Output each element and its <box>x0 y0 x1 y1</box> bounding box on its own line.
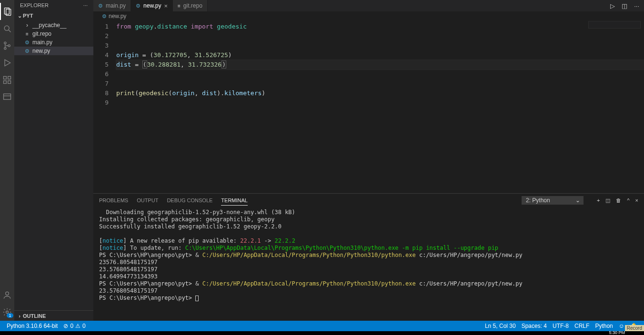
activity-explorer-icon[interactable] <box>0 3 14 20</box>
python-file-icon: ⚙ <box>24 48 30 54</box>
panel-tabs: PROBLEMSOUTPUTDEBUG CONSOLETERMINAL2: Py… <box>93 194 644 207</box>
record-overlay: Record <box>625 325 644 331</box>
tab-label: main.py <box>106 2 126 9</box>
breadcrumb-file: new.py <box>109 13 126 20</box>
file-label: main.py <box>32 39 52 46</box>
split-terminal-icon[interactable]: ◫ <box>605 197 610 204</box>
close-icon[interactable]: × <box>164 2 168 10</box>
svg-line-3 <box>9 30 10 32</box>
editor-tab[interactable]: ⚙new.py× <box>131 0 173 11</box>
svg-point-2 <box>4 26 9 30</box>
file-icon: ≡ <box>178 3 181 9</box>
error-icon: ⊘ <box>63 323 68 329</box>
python-file-icon: ⚙ <box>102 13 107 20</box>
svg-point-5 <box>4 48 6 49</box>
activity-settings-icon[interactable]: 1 <box>0 304 14 321</box>
more-icon[interactable]: ··· <box>634 2 639 10</box>
status-spaces[interactable]: Spaces: 4 <box>519 323 550 329</box>
svg-marker-7 <box>5 59 10 66</box>
breadcrumb[interactable]: ⚙ new.py <box>93 11 644 21</box>
chevron-right-icon <box>16 313 23 319</box>
panel-tab[interactable]: DEBUG CONSOLE <box>167 196 212 205</box>
sidebar-title: EXPLORER <box>20 2 49 8</box>
sidebar-more-icon[interactable]: ··· <box>83 2 88 8</box>
run-icon[interactable]: ▷ <box>610 2 615 10</box>
tab-label: git.repo <box>183 2 202 9</box>
activity-account-icon[interactable] <box>0 286 14 304</box>
python-file-icon: ⚙ <box>136 3 141 9</box>
file-tree-item[interactable]: ≡git.repo <box>14 30 93 38</box>
panel-tab[interactable]: PROBLEMS <box>99 196 128 205</box>
close-panel-icon[interactable]: × <box>635 197 638 203</box>
outline-label: OUTLINE <box>23 313 46 319</box>
file-tree: ›__pycache__≡git.repo⚙main.py⚙new.py <box>14 21 93 55</box>
editor-tab[interactable]: ⚙main.py <box>93 0 131 11</box>
file-label: new.py <box>32 48 50 54</box>
warning-icon: ⚠ <box>75 323 80 329</box>
outline-section-header[interactable]: OUTLINE <box>14 310 93 321</box>
activity-run-icon[interactable] <box>0 54 14 71</box>
terminal-output[interactable]: Downloading geographiclib-1.52-py3-none-… <box>93 207 644 321</box>
status-eol[interactable]: CRLF <box>572 323 592 329</box>
svg-rect-10 <box>4 81 7 84</box>
panel-tab[interactable]: TERMINAL <box>221 196 248 206</box>
file-tree-item[interactable]: ⚙main.py <box>14 38 93 47</box>
file-tree-item[interactable]: ⚙new.py <box>14 47 93 55</box>
status-python[interactable]: Python 3.10.6 64-bit <box>4 323 60 329</box>
settings-badge: 1 <box>7 313 13 318</box>
status-errors[interactable]: ⊘0 ⚠0 <box>60 323 88 329</box>
new-terminal-icon[interactable]: + <box>597 197 600 203</box>
activity-search-icon[interactable] <box>0 20 14 37</box>
status-bar: Python 3.10.6 64-bit ⊘0 ⚠0 Ln 5, Col 30 … <box>0 321 644 331</box>
activity-extensions-icon[interactable] <box>0 71 14 89</box>
python-file-icon: ⚙ <box>98 3 103 9</box>
project-section-header[interactable]: PYT <box>14 10 93 21</box>
terminal-panel: PROBLEMSOUTPUTDEBUG CONSOLETERMINAL2: Py… <box>93 193 644 321</box>
chevron-down-icon <box>16 13 23 19</box>
file-label: git.repo <box>32 30 51 37</box>
status-language[interactable]: Python <box>592 323 615 329</box>
file-label: __pycache__ <box>32 22 66 29</box>
split-editor-icon[interactable]: ◫ <box>622 2 627 10</box>
svg-point-6 <box>8 45 10 47</box>
time-overlay: 5:30 PM <box>609 330 625 335</box>
python-file-icon: ⚙ <box>24 39 30 46</box>
svg-rect-11 <box>8 81 11 84</box>
svg-rect-9 <box>8 77 11 79</box>
panel-tab[interactable]: OUTPUT <box>137 196 158 205</box>
maximize-icon[interactable]: ^ <box>627 197 629 203</box>
svg-rect-8 <box>4 77 7 79</box>
activity-layout-icon[interactable] <box>0 89 14 106</box>
editor-body[interactable]: 123456789 from geopy.distance import geo… <box>93 21 644 193</box>
terminal-select[interactable]: 2: Python⌄ <box>522 196 584 205</box>
svg-point-14 <box>6 292 9 295</box>
svg-point-4 <box>4 42 6 44</box>
minimap[interactable] <box>588 21 641 29</box>
line-gutter: 123456789 <box>93 21 116 193</box>
tab-label: new.py <box>143 2 161 9</box>
chevron-right-icon: › <box>24 22 30 29</box>
chevron-down-icon: ⌄ <box>575 197 580 204</box>
status-cursor[interactable]: Ln 5, Col 30 <box>482 323 519 329</box>
trash-icon[interactable]: 🗑 <box>616 197 621 203</box>
project-name: PYT <box>23 13 33 19</box>
taskbar <box>0 331 644 335</box>
activity-bar: 1 <box>0 0 14 321</box>
editor-tab[interactable]: ≡git.repo <box>173 0 208 11</box>
svg-rect-12 <box>4 94 11 99</box>
file-icon: ≡ <box>24 31 30 37</box>
code-content[interactable]: from geopy.distance import geodesic orig… <box>116 21 644 193</box>
status-encoding[interactable]: UTF-8 <box>550 323 572 329</box>
editor-tabs: ⚙main.py⚙new.py×≡git.repo▷◫··· <box>93 0 644 11</box>
activity-source-control-icon[interactable] <box>0 37 14 54</box>
file-tree-item[interactable]: ›__pycache__ <box>14 21 93 30</box>
sidebar: EXPLORER ··· PYT ›__pycache__≡git.repo⚙m… <box>14 0 93 321</box>
